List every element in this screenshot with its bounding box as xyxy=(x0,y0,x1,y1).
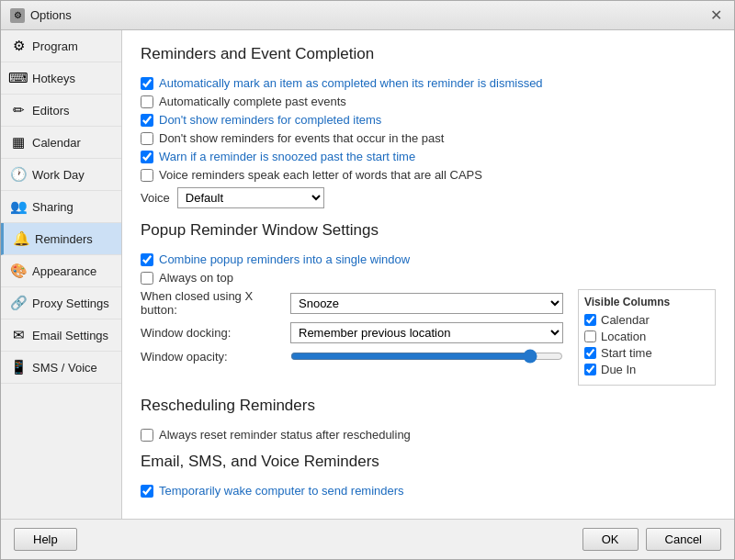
popup-left: When closed using X button: SnoozeDismis… xyxy=(141,289,563,386)
visible-col-checkbox-2[interactable] xyxy=(584,347,596,359)
reminders-icon: 🔔 xyxy=(13,230,29,247)
popup-checkboxes: Combine popup reminders into a single wi… xyxy=(141,252,716,285)
visible-columns-title: Visible Columns xyxy=(584,296,709,308)
reminder-cb-row-2: Don't show reminders for completed items xyxy=(141,113,716,127)
sidebar-item-label-hotkeys: Hotkeys xyxy=(32,72,75,85)
sidebar-item-hotkeys[interactable]: ⌨Hotkeys xyxy=(1,62,121,95)
visible-col-checkbox-1[interactable] xyxy=(584,330,596,342)
visible-col-label-1: Location xyxy=(601,330,646,343)
visible-col-row-2: Start time xyxy=(584,346,709,360)
sidebar-item-email[interactable]: ✉Email Settings xyxy=(1,319,121,352)
close-button[interactable]: ✕ xyxy=(707,6,725,25)
section2-title: Popup Reminder Window Settings xyxy=(141,221,716,243)
footer: Help OK Cancel xyxy=(1,519,734,559)
popup-checkbox-label-1: Always on top xyxy=(159,271,233,285)
appearance-icon: 🎨 xyxy=(10,263,27,279)
sidebar-item-label-editors: Editors xyxy=(32,104,69,118)
sidebar-item-workday[interactable]: 🕐Work Day xyxy=(1,159,121,191)
visible-col-label-0: Calendar xyxy=(601,313,650,327)
popup-section: Combine popup reminders into a single wi… xyxy=(141,252,716,386)
sidebar-item-label-program: Program xyxy=(32,39,78,53)
opacity-slider-container xyxy=(290,349,563,364)
visible-col-row-1: Location xyxy=(584,330,709,343)
reminder-checkbox-label-2: Don't show reminders for completed items xyxy=(159,113,381,127)
help-button[interactable]: Help xyxy=(14,528,77,551)
reminder-cb-row-5: Voice reminders speak each letter of wor… xyxy=(141,168,716,182)
reminder-checkbox-label-4: Warn if a reminder is snoozed past the s… xyxy=(159,150,415,163)
sidebar-item-label-proxy: Proxy Settings xyxy=(32,297,109,310)
ok-button[interactable]: OK xyxy=(582,528,639,551)
reminder-checkbox-label-3: Don't show reminders for events that occ… xyxy=(159,131,444,145)
sidebar: ⚙Program⌨Hotkeys✏Editors▦Calendar🕐Work D… xyxy=(1,30,122,519)
visible-col-row-3: Due In xyxy=(584,363,709,376)
opacity-slider[interactable] xyxy=(290,349,563,364)
when-closed-select[interactable]: SnoozeDismissDo nothing xyxy=(290,293,563,314)
when-closed-label: When closed using X button: xyxy=(141,289,283,317)
reminder-checkbox-label-0: Automatically mark an item as completed … xyxy=(159,76,543,90)
window-opacity-row: Window opacity: xyxy=(141,349,563,364)
sidebar-item-label-appearance: Appearance xyxy=(32,264,96,278)
email-checkbox[interactable] xyxy=(141,485,153,498)
sidebar-item-calendar[interactable]: ▦Calendar xyxy=(1,127,121,159)
popup-checkbox-0[interactable] xyxy=(141,253,153,266)
window-docking-select[interactable]: Remember previous locationNoneTopBottomL… xyxy=(290,322,563,343)
rescheduling-section: Rescheduling Reminders Always reset remi… xyxy=(141,397,716,442)
popup-checkbox-label-0: Combine popup reminders into a single wi… xyxy=(159,252,410,266)
main-panel: Reminders and Event Completion Automatic… xyxy=(122,30,734,519)
sidebar-item-label-sms: SMS / Voice xyxy=(32,361,97,375)
window-opacity-label: Window opacity: xyxy=(141,350,283,364)
visible-col-checkbox-0[interactable] xyxy=(584,314,596,326)
sidebar-item-label-sharing: Sharing xyxy=(32,200,74,214)
email-cb-row: Temporarily wake computer to send remind… xyxy=(141,484,716,498)
window-docking-label: Window docking: xyxy=(141,326,283,340)
sidebar-item-reminders[interactable]: 🔔Reminders xyxy=(1,223,121,255)
sms-icon: 📱 xyxy=(10,359,27,375)
title-bar-left: ⚙ Options xyxy=(10,8,72,23)
footer-right: OK Cancel xyxy=(582,528,721,551)
visible-columns: CalendarLocationStart timeDue In xyxy=(584,313,709,376)
visible-columns-box: Visible Columns CalendarLocationStart ti… xyxy=(578,289,716,386)
sidebar-item-proxy[interactable]: 🔗Proxy Settings xyxy=(1,287,121,319)
reschedule-checkbox[interactable] xyxy=(141,429,153,442)
section3-title: Rescheduling Reminders xyxy=(141,397,716,419)
voice-row: Voice DefaultCustomNone xyxy=(141,187,716,208)
reminder-checkbox-4[interactable] xyxy=(141,151,153,163)
proxy-icon: 🔗 xyxy=(10,295,27,311)
sidebar-item-editors[interactable]: ✏Editors xyxy=(1,95,121,127)
email-label: Temporarily wake computer to send remind… xyxy=(159,484,404,498)
editors-icon: ✏ xyxy=(10,102,27,118)
calendar-icon: ▦ xyxy=(10,134,27,151)
reminder-cb-row-3: Don't show reminders for events that occ… xyxy=(141,131,716,145)
sidebar-item-label-workday: Work Day xyxy=(32,168,85,182)
visible-col-row-0: Calendar xyxy=(584,313,709,327)
window-docking-row: Window docking: Remember previous locati… xyxy=(141,322,563,343)
reminder-checkbox-1[interactable] xyxy=(141,95,153,108)
cancel-button[interactable]: Cancel xyxy=(646,528,721,551)
window-title: Options xyxy=(30,8,72,22)
popup-checkbox-1[interactable] xyxy=(141,272,153,285)
reminder-checkbox-label-5: Voice reminders speak each letter of wor… xyxy=(159,168,482,182)
sidebar-item-sms[interactable]: 📱SMS / Voice xyxy=(1,352,121,384)
voice-select[interactable]: DefaultCustomNone xyxy=(177,187,324,208)
voice-label: Voice xyxy=(141,191,170,205)
visible-col-checkbox-3[interactable] xyxy=(584,364,596,375)
popup-cb-row-0: Combine popup reminders into a single wi… xyxy=(141,252,716,266)
workday-icon: 🕐 xyxy=(10,166,27,183)
reminders-checkboxes: Automatically mark an item as completed … xyxy=(141,76,716,182)
sharing-icon: 👥 xyxy=(10,198,27,215)
reminder-checkbox-3[interactable] xyxy=(141,132,153,145)
options-window: ⚙ Options ✕ ⚙Program⌨Hotkeys✏Editors▦Cal… xyxy=(0,0,735,560)
reminder-checkbox-2[interactable] xyxy=(141,114,153,127)
sidebar-item-appearance[interactable]: 🎨Appearance xyxy=(1,255,121,287)
reminder-checkbox-0[interactable] xyxy=(141,77,153,90)
window-icon: ⚙ xyxy=(10,8,25,23)
email-section: Email, SMS, and Voice Reminders Temporar… xyxy=(141,453,716,498)
title-bar: ⚙ Options ✕ xyxy=(1,1,734,30)
reminder-checkbox-5[interactable] xyxy=(141,169,153,182)
popup-cb-row-1: Always on top xyxy=(141,271,716,285)
sidebar-item-program[interactable]: ⚙Program xyxy=(1,30,121,62)
visible-col-label-3: Due In xyxy=(601,363,636,376)
sidebar-item-sharing[interactable]: 👥Sharing xyxy=(1,191,121,223)
content-area: ⚙Program⌨Hotkeys✏Editors▦Calendar🕐Work D… xyxy=(1,30,734,519)
when-closed-row: When closed using X button: SnoozeDismis… xyxy=(141,289,563,317)
